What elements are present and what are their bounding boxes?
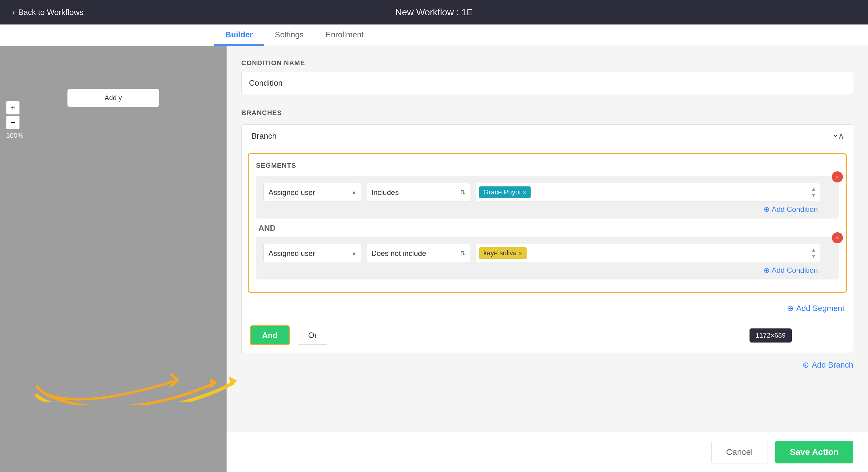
field-select-1[interactable]: Assigned user [263,183,361,201]
tag-kaye-soliva: kaye soliva × [479,247,527,259]
canvas-node: Add y [67,89,159,107]
back-arrow-icon: ‹ [12,7,15,17]
operator-select-2[interactable]: Does not include [366,244,470,262]
value-input-area-1[interactable]: Grace Puyot × ▲ ▼ [475,183,820,201]
tabs-bar: Builder Settings Enrollment [0,25,868,46]
modal-footer: Cancel Save Action [226,432,868,472]
condition-row-2: Assigned user ∨ Does not include ⇅ [263,244,820,262]
modal-panel: Condition Fork the contact's journey thr… [226,0,868,472]
operator-select-wrapper-2: Does not include ⇅ [366,244,470,262]
add-condition-1-plus-icon: ⊕ [764,205,770,214]
add-condition-2-label: Add Condition [772,266,818,275]
branch-select[interactable]: Branch [250,131,838,141]
condition-block-1: × Assigned user ∨ Includes [256,176,839,219]
branches-label: BRANCHES [241,109,853,117]
tag-remove-2-button[interactable]: × [519,250,522,257]
zoom-controls: + − 100% [6,101,23,139]
tab-enrollment[interactable]: Enrollment [315,25,375,45]
add-condition-2-link[interactable]: ⊕ Add Condition [263,266,820,275]
value-arrows-2: ▲ ▼ [811,247,816,259]
operator-select-1[interactable]: Includes [366,183,470,201]
branch-container: Branch ∧ SEGMENTS × Assigned user [241,124,853,353]
add-branch-label: Add Branch [812,360,853,370]
and-or-section: And Or 1172×689 [242,318,853,353]
remove-condition-1-button[interactable]: × [832,171,843,183]
zoom-out-button[interactable]: − [6,116,20,129]
back-button[interactable]: ‹ Back to Workflows [12,7,84,17]
add-branch-plus-icon: ⊕ [803,360,809,370]
workflow-title: New Workflow : 1E [395,7,473,18]
tag-remove-1-button[interactable]: × [523,189,526,196]
condition-name-input[interactable] [241,72,853,94]
value-input-area-2[interactable]: kaye soliva × ▲ ▼ [475,244,820,262]
zoom-in-button[interactable]: + [6,101,20,115]
add-condition-1-label: Add Condition [772,205,818,214]
modal-body: CONDITION NAME BRANCHES Branch ∧ SEGMENT… [226,44,868,432]
field-select-wrapper-1: Assigned user ∨ [263,183,361,201]
operator-select-wrapper-1: Includes ⇅ [366,183,470,201]
branch-chevron-up-icon: ∧ [838,131,844,141]
add-segment-label: Add Segment [796,304,844,313]
segments-area: SEGMENTS × Assigned user ∨ [248,153,847,293]
condition-name-label: CONDITION NAME [241,59,853,67]
zoom-level: 100% [6,132,23,139]
remove-2-icon: × [836,234,839,242]
add-segment-link[interactable]: ⊕ Add Segment [242,299,853,318]
top-nav: ‹ Back to Workflows New Workflow : 1E [0,0,868,25]
add-branch-link[interactable]: ⊕ Add Branch [241,355,853,375]
condition-block-2: × Assigned user ∨ Does not include [256,237,839,280]
add-segment-plus-icon: ⊕ [787,304,794,313]
remove-condition-2-button[interactable]: × [832,232,843,243]
branch-header: Branch ∧ [242,125,853,147]
canvas-area: + − 100% Add y [0,46,226,472]
tag-value-2: kaye soliva [484,249,517,257]
or-button[interactable]: Or [297,326,329,345]
tag-value-1: Grace Puyot [484,188,521,196]
add-condition-2-plus-icon: ⊕ [764,266,770,275]
back-label: Back to Workflows [18,8,83,17]
tab-builder[interactable]: Builder [214,25,264,45]
add-condition-1-link[interactable]: ⊕ Add Condition [263,205,820,214]
tag-grace-puyot: Grace Puyot × [479,186,531,198]
value-arrows-1: ▲ ▼ [811,186,816,199]
remove-1-icon: × [836,174,839,181]
and-separator: AND [256,223,839,233]
cancel-button[interactable]: Cancel [711,441,768,464]
field-select-2[interactable]: Assigned user [263,244,361,262]
tab-settings[interactable]: Settings [264,25,315,45]
field-select-wrapper-2: Assigned user ∨ [263,244,361,262]
save-action-button[interactable]: Save Action [775,441,853,464]
dimension-tooltip: 1172×689 [749,328,792,343]
condition-row-1: Assigned user ∨ Includes ⇅ G [263,183,820,201]
segments-header: SEGMENTS [256,162,839,169]
canvas-add-text: Add y [105,94,122,102]
and-button[interactable]: And [250,325,290,345]
